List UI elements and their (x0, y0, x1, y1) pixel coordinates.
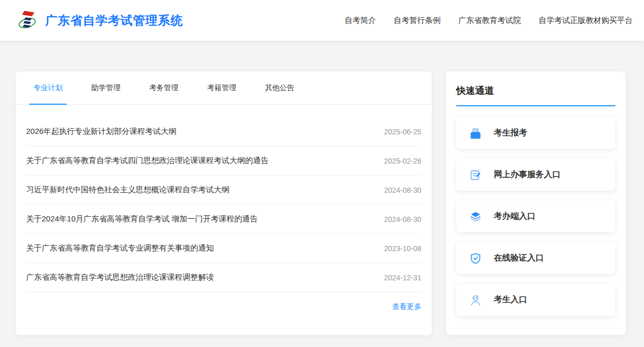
notice-list-item[interactable]: 关于广东省高等教育自学考试四门思想政治理论课课程考试大纲的通告 2025-02-… (26, 146, 421, 176)
quick-link-item[interactable]: 网上办事服务入口 (456, 159, 615, 191)
site-logo-icon (18, 9, 38, 32)
quick-link-label: 考生入口 (494, 294, 527, 305)
quick-link-item[interactable]: 考办端入口 (456, 201, 615, 232)
more-row: 查看更多 (16, 292, 432, 312)
form-edit-icon (469, 169, 482, 181)
notice-date: 2024-08-30 (384, 186, 421, 194)
main-content: 专业计划助学管理考务管理考籍管理其他公告 2026年起执行专业新计划部分课程考试… (0, 41, 644, 335)
notice-date: 2024-12-31 (384, 274, 421, 282)
notice-list: 2026年起执行专业新计划部分课程考试大纲 2025-06-25 关于广东省高等… (26, 117, 421, 292)
quick-link-label: 网上办事服务入口 (494, 169, 561, 180)
page-title: 广东省自学考试管理系统 (45, 13, 183, 29)
quick-panel-title: 快速通道 (456, 71, 615, 106)
top-nav-link[interactable]: 自学考试正版教材购买平台 (539, 16, 633, 26)
notice-title[interactable]: 2026年起执行专业新计划部分课程考试大纲 (26, 127, 176, 137)
brand: 广东省自学考试管理系统 (18, 9, 183, 32)
notice-tab[interactable]: 考务管理 (147, 71, 180, 104)
top-nav-link[interactable]: 广东省教育考试院 (458, 16, 521, 26)
top-nav: 自考简介自考暂行条例广东省教育考试院自学考试正版教材购买平台 (345, 16, 633, 26)
notice-list-item[interactable]: 习近平新时代中国特色社会主义思想概论课程自学考试大纲 2024-08-30 (26, 176, 421, 205)
quick-link-label: 在线验证入口 (494, 253, 544, 264)
user-icon (469, 294, 482, 306)
notice-tab[interactable]: 其他公告 (263, 71, 296, 104)
quick-link-item[interactable]: 考生入口 (456, 284, 615, 316)
quick-link-label: 考生报考 (494, 128, 527, 139)
notice-date: 2025-06-25 (384, 128, 421, 136)
inbox-box-icon (469, 127, 482, 140)
notice-date: 2024-08-30 (384, 215, 421, 224)
notice-title[interactable]: 关于2024年10月广东省高等教育自学考试 增加一门开考课程的通告 (26, 214, 258, 224)
notice-tabs: 专业计划助学管理考务管理考籍管理其他公告 (16, 71, 432, 105)
notice-title[interactable]: 关于广东省高等教育自学考试四门思想政治理论课课程考试大纲的通告 (26, 156, 269, 166)
top-nav-link[interactable]: 自考简介 (345, 16, 376, 26)
shield-check-icon (469, 252, 482, 265)
notice-title[interactable]: 习近平新时代中国特色社会主义思想概论课程自学考试大纲 (26, 185, 229, 195)
quick-link-label: 考办端入口 (494, 211, 536, 222)
quick-link-item[interactable]: 在线验证入口 (456, 242, 615, 274)
notice-tab[interactable]: 专业计划 (31, 71, 65, 104)
app-header: 广东省自学考试管理系统 自考简介自考暂行条例广东省教育考试院自学考试正版教材购买… (0, 0, 644, 41)
quick-link-list: 考生报考 网上办事服务入口 考办端入口 在线验证入口 考生入口 (456, 117, 615, 316)
notice-list-item[interactable]: 2026年起执行专业新计划部分课程考试大纲 2025-06-25 (26, 117, 421, 146)
notice-date: 2023-10-08 (384, 244, 421, 253)
notice-list-item[interactable]: 关于2024年10月广东省高等教育自学考试 增加一门开考课程的通告 2024-0… (26, 205, 421, 234)
notice-title[interactable]: 广东省高等教育自学考试思想政治理论课课程调整解读 (26, 272, 214, 282)
quick-access-panel: 快速通道 考生报考 网上办事服务入口 考办端入口 在线验证入口 考生入口 (446, 71, 626, 335)
notice-title[interactable]: 关于广东省高等教育自学考试专业调整有关事项的通知 (26, 243, 214, 253)
top-nav-link[interactable]: 自考暂行条例 (394, 16, 441, 26)
notice-tab[interactable]: 考籍管理 (205, 71, 238, 104)
notice-list-item[interactable]: 广东省高等教育自学考试思想政治理论课课程调整解读 2024-12-31 (26, 263, 421, 292)
view-more-link[interactable]: 查看更多 (392, 302, 421, 312)
notice-date: 2025-02-26 (384, 157, 421, 165)
notice-tab[interactable]: 助学管理 (89, 71, 123, 104)
layers-icon (469, 210, 482, 223)
notice-panel: 专业计划助学管理考务管理考籍管理其他公告 2026年起执行专业新计划部分课程考试… (16, 71, 432, 335)
quick-link-item[interactable]: 考生报考 (456, 117, 615, 149)
notice-list-item[interactable]: 关于广东省高等教育自学考试专业调整有关事项的通知 2023-10-08 (26, 234, 421, 263)
